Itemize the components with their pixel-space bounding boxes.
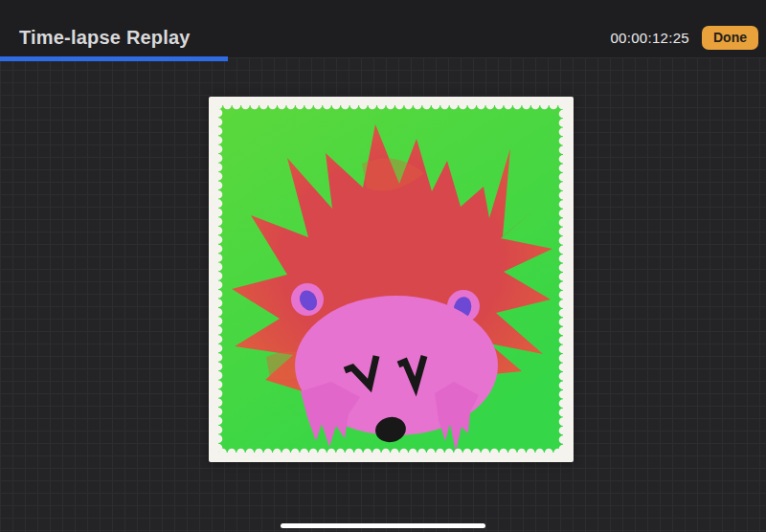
canvas-area[interactable] <box>0 57 766 532</box>
timecode-readout: 00:00:12:25 <box>610 30 689 46</box>
hedgehog-stamp-artwork <box>209 97 574 462</box>
home-indicator[interactable] <box>281 523 485 528</box>
header: Time-lapse Replay 00:00:12:25 Done <box>0 0 766 57</box>
done-button[interactable]: Done <box>702 26 758 50</box>
screen: { "window": { "multitask_indicator": "••… <box>0 0 766 532</box>
page-title: Time-lapse Replay <box>19 27 191 49</box>
replay-progress-track[interactable] <box>0 56 766 61</box>
replay-progress-fill[interactable] <box>0 56 228 61</box>
header-right: 00:00:12:25 Done <box>610 26 758 50</box>
